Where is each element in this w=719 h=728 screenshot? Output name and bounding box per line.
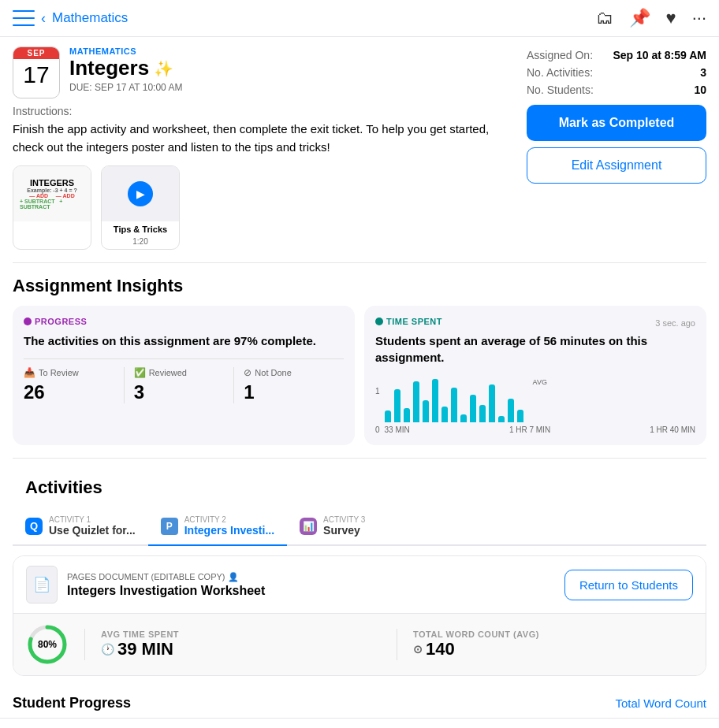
chart-x-labels: 33 MIN 1 HR 7 MIN 1 HR 40 MIN: [385, 422, 695, 434]
activities-section: Activities Q ACTIVITY 1 Use Quizlet for.…: [0, 459, 719, 676]
tab-1-label: Use Quizlet for...: [49, 524, 136, 537]
chart-y-labels: 1 0: [375, 387, 383, 434]
thumbnail-tips-tricks[interactable]: ▶ Tips & Tricks 1:20: [101, 165, 180, 250]
tab-2-label: Integers Investi...: [184, 524, 274, 537]
progress-stats: 📥 To Review 26 ✅ Reviewed 3 ⊘ Not Done: [24, 358, 344, 403]
tab-2-text: ACTIVITY 2 Integers Investi...: [184, 515, 274, 537]
calendar: SEP 17: [13, 46, 60, 98]
tab-3-icon: 📊: [300, 518, 317, 535]
bar-14: [508, 399, 514, 422]
stat-not-done: ⊘ Not Done 1: [234, 367, 344, 403]
tab-1-icon: Q: [25, 518, 43, 535]
more-icon[interactable]: ···: [692, 8, 706, 28]
doc-thumbnail: 📄: [26, 566, 58, 604]
sparkle-icon: ✨: [154, 59, 173, 78]
doc-name: Integers Investigation Worksheet: [67, 584, 555, 598]
bar-11: [479, 405, 486, 422]
top-section: SEP 17 MATHEMATICS Integers ✨ DUE: SEP 1…: [0, 37, 719, 262]
tab-2-icon: P: [161, 518, 178, 535]
bar-1: [385, 410, 391, 422]
return-to-students-button[interactable]: Return to Students: [564, 570, 693, 600]
assigned-on-row: Assigned On: Sep 10 at 8:59 AM: [527, 46, 706, 64]
doc-type: PAGES DOCUMENT (EDITABLE COPY) 👤: [67, 572, 555, 582]
to-review-label: 📥 To Review: [24, 367, 114, 378]
tab-activity-3[interactable]: 📊 ACTIVITY 3 Survey: [287, 507, 378, 546]
progress-dot: [24, 318, 32, 325]
tab-activity-1[interactable]: Q ACTIVITY 1 Use Quizlet for...: [13, 507, 148, 546]
time-card: TIME SPENT 3 sec. ago Students spent an …: [364, 306, 706, 445]
header-actions: 🗂 📌 ♥ ···: [596, 8, 706, 28]
assigned-on-value: Sep 10 at 8:59 AM: [613, 49, 706, 61]
instructions-section: Instructions: Finish the app activity an…: [0, 105, 514, 165]
header: ‹ Mathematics 🗂 📌 ♥ ···: [0, 0, 719, 37]
thumbnails-row: INTEGERS Example: -3 + 4 = ? — ADD — ADD…: [0, 165, 514, 262]
bar-8: [451, 388, 457, 422]
activity-tabs: Q ACTIVITY 1 Use Quizlet for... P ACTIVI…: [13, 507, 706, 546]
reviewed-label: ✅ Reviewed: [134, 367, 225, 378]
doc-info: PAGES DOCUMENT (EDITABLE COPY) 👤 Integer…: [67, 572, 555, 598]
activities-title: Activities: [13, 465, 706, 507]
insights-title: Assignment Insights: [0, 263, 719, 306]
insights-cards: PROGRESS The activities on this assignme…: [0, 306, 719, 458]
progress-card: PROGRESS The activities on this assignme…: [13, 306, 355, 445]
heart-icon[interactable]: ♥: [666, 8, 676, 28]
avg-label: AVG: [533, 378, 547, 386]
pin-icon[interactable]: 📌: [629, 8, 650, 28]
sidebar-toggle[interactable]: [13, 10, 35, 26]
activities-label: No. Activities:: [527, 66, 593, 79]
back-chevron-icon[interactable]: ‹: [41, 10, 46, 27]
to-review-value: 26: [24, 381, 114, 403]
due-date: DUE: SEP 17 AT 10:00 AM: [69, 82, 501, 93]
stat-reviewed: ✅ Reviewed 3: [125, 367, 235, 403]
assignment-subject: MATHEMATICS: [69, 46, 501, 56]
student-row-jason: JB Jason Bettinger ● READY FOR REVIEW 📄 …: [0, 718, 719, 728]
progress-circle: 80%: [26, 623, 69, 666]
avg-time-value: 🕐 39 MIN: [101, 639, 381, 659]
word-count-value: ⊙ 140: [413, 639, 693, 659]
bar-5: [423, 400, 429, 422]
tab-activity-2[interactable]: P ACTIVITY 2 Integers Investi...: [148, 507, 287, 546]
time-badge: TIME SPENT: [375, 317, 442, 326]
back-label[interactable]: Mathematics: [52, 10, 128, 26]
total-word-count-link[interactable]: Total Word Count: [615, 696, 706, 710]
student-progress-header: Student Progress Total Word Count: [0, 685, 719, 718]
student-progress-title: Student Progress: [13, 695, 131, 711]
bar-12: [489, 384, 495, 422]
stat-to-review: 📥 To Review 26: [24, 367, 125, 403]
activities-row: No. Activities: 3: [527, 64, 706, 81]
bar-15: [517, 410, 523, 422]
x-label-2: 1 HR 7 MIN: [509, 425, 550, 434]
integers-thumb-image: INTEGERS Example: -3 + 4 = ? — ADD — ADD…: [13, 166, 91, 221]
instructions-text: Finish the app activity and worksheet, t…: [13, 121, 501, 156]
play-icon: ▶: [128, 181, 153, 206]
tab-1-num: ACTIVITY 1: [49, 515, 136, 524]
progress-badge-label: PROGRESS: [35, 317, 87, 326]
tab-3-text: ACTIVITY 3 Survey: [323, 515, 365, 537]
bar-6: [432, 379, 438, 422]
bar-10: [470, 395, 476, 422]
time-badge-label: TIME SPENT: [386, 317, 442, 326]
assignment-header: SEP 17 MATHEMATICS Integers ✨ DUE: SEP 1…: [0, 37, 514, 105]
mark-completed-button[interactable]: Mark as Completed: [527, 105, 706, 141]
tab-2-num: ACTIVITY 2: [184, 515, 274, 524]
not-done-label: ⊘ Not Done: [244, 367, 334, 378]
stat-divider-2: [397, 629, 397, 660]
x-label-3: 1 HR 40 MIN: [650, 425, 695, 434]
tips-tricks-duration: 1:20: [102, 237, 179, 249]
progress-pct-label: 80%: [38, 639, 57, 650]
assignment-insights: Assignment Insights PROGRESS The activit…: [0, 263, 719, 458]
progress-badge: PROGRESS: [24, 317, 344, 326]
assignment-info: MATHEMATICS Integers ✨ DUE: SEP 17 AT 10…: [69, 46, 501, 98]
assigned-on-label: Assigned On:: [527, 49, 593, 61]
bar-2: [394, 389, 400, 422]
students-row: No. Students: 10: [527, 81, 706, 98]
left-section: SEP 17 MATHEMATICS Integers ✨ DUE: SEP 1…: [0, 37, 514, 262]
avg-time-label: AVG TIME SPENT: [101, 630, 381, 639]
right-section: Assigned On: Sep 10 at 8:59 AM No. Activ…: [514, 37, 719, 262]
edit-assignment-button[interactable]: Edit Assignment: [527, 147, 706, 184]
share-icon[interactable]: 🗂: [596, 8, 613, 28]
bar-3: [404, 408, 410, 422]
time-text: Students spent an average of 56 minutes …: [375, 332, 695, 366]
tips-tricks-label: Tips & Tricks: [102, 221, 179, 237]
thumbnail-integers[interactable]: INTEGERS Example: -3 + 4 = ? — ADD — ADD…: [13, 165, 91, 250]
